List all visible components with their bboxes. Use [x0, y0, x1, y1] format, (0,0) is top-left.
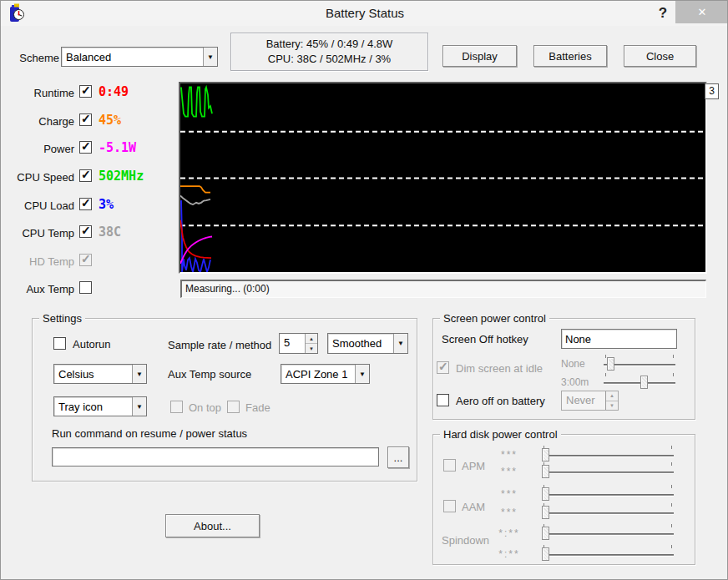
battery-info-box: Battery: 45% / 0:49 / 4.8W CPU: 38C / 50…	[230, 33, 428, 71]
battery-info-line2: CPU: 38C / 502MHz / 3%	[231, 52, 427, 67]
sample-method-combo[interactable]: Smoothed	[327, 333, 408, 354]
spin-up-icon[interactable]	[306, 334, 317, 344]
slider-thumb	[542, 465, 549, 478]
stat-checkbox-runtime[interactable]	[79, 85, 92, 98]
apm-batt-slider	[540, 462, 675, 479]
spindown-batt-value: *:**	[489, 548, 529, 560]
slider-thumb	[542, 547, 549, 561]
stat-label-power: Power	[1, 143, 74, 155]
on-top-label: On top	[189, 401, 221, 414]
slider-thumb	[542, 506, 549, 519]
stat-value-power: -5.1W	[99, 140, 136, 155]
idle-time-slider	[602, 373, 677, 390]
slider-thumb	[607, 357, 614, 371]
fade-checkbox	[227, 401, 240, 413]
stat-checkbox-charge[interactable]	[79, 113, 92, 126]
stat-label-runtime: Runtime	[1, 87, 74, 99]
spin-down-icon[interactable]	[306, 344, 317, 353]
stat-checkbox-hd-temp	[79, 254, 92, 266]
aero-delay-value: Never	[562, 391, 605, 410]
graph-line-cpu-temp	[180, 195, 210, 204]
spin-down-icon	[606, 401, 618, 411]
stat-checkbox-power[interactable]	[79, 141, 92, 154]
stat-checkbox-aux-temp[interactable]	[79, 281, 92, 294]
temperature-unit-combo[interactable]: Celsius	[53, 364, 147, 384]
aam-label: AAM	[462, 501, 485, 513]
apm-batt-value: ***	[489, 466, 529, 477]
stat-label-hd-temp: HD Temp	[1, 255, 74, 268]
browse-button[interactable]: ...	[387, 446, 409, 468]
dim-screen-checkbox	[437, 361, 449, 374]
battery-info-line1: Battery: 45% / 0:49 / 4.8W	[231, 37, 427, 52]
stat-label-cpu-speed: CPU Speed	[1, 171, 74, 184]
run-command-label: Run command on resume / power status	[52, 427, 247, 440]
stat-label-cpu-temp: CPU Temp	[1, 227, 74, 240]
spin-up-icon	[606, 391, 618, 401]
aam-ac-slider	[540, 485, 675, 502]
about-button[interactable]: About...	[165, 514, 260, 537]
display-button[interactable]: Display	[442, 45, 517, 67]
hard-disk-legend: Hard disk power control	[440, 428, 561, 441]
title-bar: Battery Status ? ✕	[1, 1, 728, 26]
aam-batt-slider	[540, 503, 675, 520]
sample-rate-label: Sample rate / method	[168, 339, 271, 351]
batteries-button[interactable]: Batteries	[533, 45, 607, 67]
apm-checkbox	[443, 459, 456, 472]
dim-slider-value-label: None	[561, 358, 585, 370]
help-button[interactable]: ?	[652, 3, 674, 24]
stat-label-cpu-load: CPU Load	[1, 199, 74, 212]
stat-checkbox-cpu-speed[interactable]	[79, 169, 92, 182]
aero-off-checkbox[interactable]	[437, 394, 449, 406]
sample-rate-value: 5	[280, 334, 305, 353]
chevron-down-icon[interactable]	[132, 365, 146, 383]
aux-temp-source-value: ACPI Zone 1	[281, 368, 355, 381]
scheme-combo[interactable]: Balanced	[61, 47, 218, 67]
graph-line-cpu-load	[181, 200, 210, 272]
screen-off-hotkey-input[interactable]	[561, 329, 677, 349]
dim-screen-label: Dim screen at idle	[456, 362, 543, 375]
dim-level-slider	[602, 355, 677, 371]
aux-temp-source-combo[interactable]: ACPI Zone 1	[281, 364, 370, 384]
apm-ac-value: ***	[489, 449, 529, 461]
slider-thumb	[542, 487, 549, 501]
settings-legend: Settings	[39, 312, 85, 325]
window-title: Battery Status	[1, 6, 728, 20]
close-button[interactable]: Close	[624, 45, 696, 67]
graph-line-charge	[180, 186, 210, 192]
autorun-checkbox[interactable]	[53, 337, 66, 350]
stat-value-cpu-temp: 38C	[99, 224, 121, 240]
measuring-status-bar: Measuring... (0:00)	[180, 280, 706, 298]
chevron-down-icon[interactable]	[132, 397, 146, 416]
screen-off-hotkey-label: Screen Off hotkey	[442, 333, 528, 345]
chevron-down-icon[interactable]	[203, 48, 217, 66]
stat-label-aux-temp: Aux Temp	[1, 283, 74, 295]
window-close-button[interactable]: ✕	[675, 1, 728, 23]
history-graph	[179, 82, 707, 274]
stat-checkbox-cpu-temp[interactable]	[79, 225, 92, 238]
temperature-unit-value: Celsius	[54, 368, 132, 381]
stat-value-cpu-load: 3%	[99, 197, 114, 212]
aux-temp-source-label: Aux Temp source	[168, 368, 251, 381]
stat-checkbox-cpu-load[interactable]	[79, 198, 92, 210]
graph-interval-badge[interactable]: 3	[705, 83, 719, 99]
run-command-input[interactable]	[52, 447, 379, 467]
aero-off-label: Aero off on battery	[456, 395, 545, 407]
screen-power-legend: Screen power control	[440, 312, 549, 325]
aam-checkbox	[443, 500, 456, 512]
slider-thumb	[640, 376, 648, 389]
fade-label: Fade	[245, 401, 270, 414]
idle-time-value-label: 3:00m	[561, 376, 589, 388]
graph-canvas	[180, 83, 705, 272]
tray-icon-combo[interactable]: Tray icon	[53, 396, 147, 416]
spindown-ac-slider	[540, 524, 675, 541]
aam-ac-value: ***	[489, 488, 529, 500]
sample-rate-spinner[interactable]: 5	[279, 333, 318, 354]
autorun-label: Autorun	[73, 338, 111, 351]
chevron-down-icon[interactable]	[355, 365, 369, 383]
chevron-down-icon[interactable]	[393, 334, 407, 353]
stat-value-charge: 45%	[99, 113, 121, 128]
scheme-label: Scheme	[16, 52, 59, 64]
on-top-checkbox	[170, 401, 183, 413]
spindown-ac-value: *:**	[489, 527, 529, 539]
graph-line-cpu-speed	[181, 88, 212, 117]
